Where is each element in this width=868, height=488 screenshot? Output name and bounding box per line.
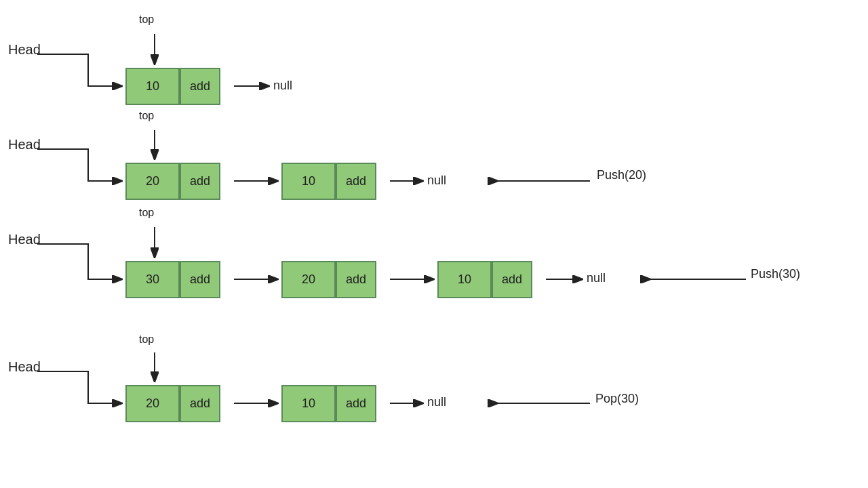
diagram-container: Head top 10 add null Head top 20 add 10 … xyxy=(0,0,868,488)
node-3-3: 10 add xyxy=(437,261,532,298)
node-data-3-1: 30 xyxy=(125,261,180,298)
head-label-4: Head xyxy=(8,359,41,375)
node-data-4-1: 20 xyxy=(125,385,180,422)
top-label-1: top xyxy=(139,14,154,26)
node-data-3-2: 20 xyxy=(281,261,336,298)
node-data-3-3: 10 xyxy=(437,261,492,298)
node-ptr-4-1: add xyxy=(180,385,220,422)
node-ptr-1-1: add xyxy=(180,68,220,105)
node-data-4-2: 10 xyxy=(281,385,336,422)
node-2-1: 20 add xyxy=(125,163,220,200)
node-4-2: 10 add xyxy=(281,385,376,422)
node-ptr-4-2: add xyxy=(336,385,376,422)
head-label-3: Head xyxy=(8,232,41,247)
node-ptr-3-1: add xyxy=(180,261,220,298)
top-label-3: top xyxy=(139,207,154,219)
node-1-1: 10 add xyxy=(125,68,220,105)
push-30-label: Push(30) xyxy=(751,267,800,281)
push-20-label: Push(20) xyxy=(597,168,646,182)
node-2-2: 10 add xyxy=(281,163,376,200)
node-4-1: 20 add xyxy=(125,385,220,422)
null-label-3: null xyxy=(587,271,606,285)
node-data-2-1: 20 xyxy=(125,163,180,200)
null-label-4: null xyxy=(427,395,446,409)
node-data-2-2: 10 xyxy=(281,163,336,200)
node-ptr-3-3: add xyxy=(492,261,532,298)
null-label-1: null xyxy=(273,79,292,93)
head-label-2: Head xyxy=(8,137,41,152)
node-ptr-2-2: add xyxy=(336,163,376,200)
node-ptr-3-2: add xyxy=(336,261,376,298)
node-data-1-1: 10 xyxy=(125,68,180,105)
node-3-2: 20 add xyxy=(281,261,376,298)
node-ptr-2-1: add xyxy=(180,163,220,200)
top-label-2: top xyxy=(139,110,154,122)
null-label-2: null xyxy=(427,174,446,188)
node-3-1: 30 add xyxy=(125,261,220,298)
head-label-1: Head xyxy=(8,42,41,58)
top-label-4: top xyxy=(139,333,154,346)
pop-30-label: Pop(30) xyxy=(595,392,639,406)
